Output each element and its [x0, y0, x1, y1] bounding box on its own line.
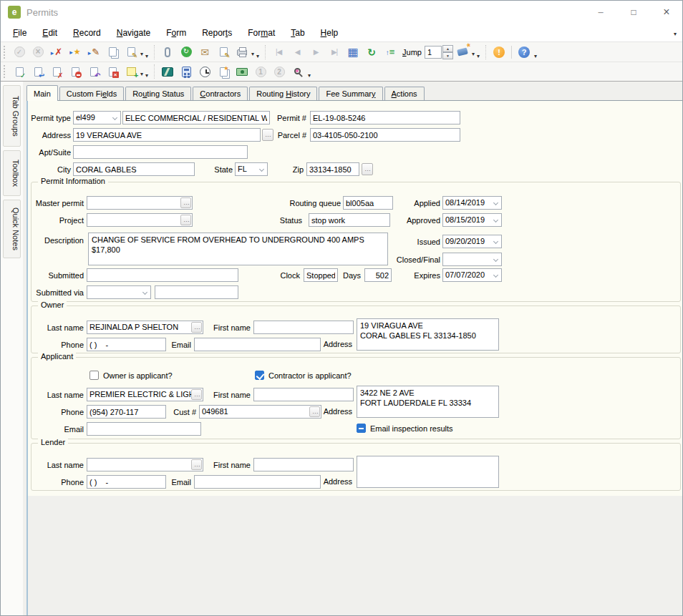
copy-special-button[interactable] — [215, 63, 232, 80]
delete-record-button[interactable] — [48, 44, 65, 61]
inspection-2-button[interactable] — [271, 63, 288, 80]
applicant-last-name-field[interactable]: PREMIER ELECTRIC & LIGH — [87, 388, 203, 401]
spin-down-icon[interactable] — [442, 52, 453, 59]
overflow-icon[interactable] — [256, 53, 259, 59]
return-doc-button[interactable] — [29, 63, 47, 80]
minimize-icon[interactable] — [585, 1, 616, 23]
calculator-button[interactable] — [178, 63, 195, 80]
search-special-button[interactable] — [289, 63, 306, 80]
help-button[interactable] — [515, 44, 533, 61]
erase-dropdown-icon[interactable] — [472, 51, 475, 57]
new-record-button[interactable] — [67, 44, 84, 61]
erase-button[interactable] — [454, 44, 471, 61]
lender-first-name-field[interactable] — [253, 458, 354, 471]
last-record-button[interactable] — [326, 44, 343, 61]
sidebar-tab-groups[interactable]: Tab Groups — [3, 85, 21, 147]
apt-suite-field[interactable] — [73, 145, 248, 159]
undo-doc-button[interactable] — [85, 63, 102, 80]
first-record-button[interactable] — [270, 44, 287, 61]
expires-date-picker[interactable]: 07/07/2020 — [442, 268, 502, 282]
tab-routing-status[interactable]: Routing Status — [125, 87, 191, 101]
city-field[interactable] — [73, 162, 195, 176]
lender-address-box[interactable] — [357, 456, 499, 488]
tab-custom-fields[interactable]: Custom Fields — [59, 87, 124, 101]
owner-is-applicant-checkbox[interactable] — [89, 371, 99, 380]
maximize-icon[interactable] — [618, 1, 649, 23]
tab-routing-history[interactable]: Routing History — [249, 87, 317, 101]
cancel-button[interactable] — [29, 44, 47, 61]
add-note-button[interactable] — [122, 63, 140, 80]
approve-doc-button[interactable] — [11, 63, 28, 80]
sidebar-toolbox[interactable]: Toolbox — [3, 150, 21, 196]
overflow-icon[interactable] — [145, 53, 148, 59]
address-field[interactable] — [73, 128, 261, 142]
overflow-icon[interactable] — [145, 72, 148, 79]
datasheet-view-button[interactable] — [344, 44, 362, 61]
jump-input[interactable] — [425, 46, 442, 59]
owner-first-name-field[interactable] — [253, 321, 354, 334]
menu-reports[interactable]: Reports — [194, 25, 240, 41]
overflow-icon[interactable] — [477, 53, 480, 59]
submitted-field[interactable] — [87, 268, 238, 282]
delete-doc-button[interactable] — [48, 63, 65, 80]
submitted-via-select[interactable] — [87, 285, 151, 299]
refresh-button[interactable] — [363, 44, 380, 61]
closed-final-date-picker[interactable] — [442, 253, 502, 266]
menu-record[interactable]: Record — [65, 25, 109, 41]
menu-navigate[interactable]: Navigate — [109, 25, 158, 41]
submitted-via-detail-field[interactable] — [155, 285, 238, 299]
tab-contractors[interactable]: Contractors — [193, 87, 248, 101]
contractor-is-applicant-checkbox[interactable] — [255, 371, 264, 380]
previous-record-button[interactable] — [289, 44, 306, 61]
menu-help[interactable]: Help — [313, 25, 347, 41]
fees-button[interactable] — [233, 63, 251, 80]
project-field[interactable] — [87, 213, 193, 227]
map-button[interactable] — [159, 63, 176, 80]
permit-type-select[interactable]: el499 — [73, 111, 121, 124]
close-icon[interactable] — [651, 1, 682, 23]
paste-dropdown-icon[interactable] — [140, 51, 143, 57]
add-note-dropdown-icon[interactable] — [140, 71, 143, 77]
next-record-button[interactable] — [307, 44, 324, 61]
toolbar-grip[interactable] — [4, 65, 6, 78]
parcel-number-field[interactable] — [310, 128, 460, 142]
memo-button[interactable] — [215, 44, 232, 61]
email-inspection-results-checkbox[interactable] — [357, 424, 366, 433]
cancel-doc-button[interactable] — [104, 63, 121, 80]
tab-main[interactable]: Main — [26, 85, 58, 101]
lender-last-name-field[interactable] — [87, 458, 203, 471]
menu-tab[interactable]: Tab — [283, 25, 312, 41]
menu-edit[interactable]: Edit — [34, 25, 65, 41]
owner-address-box[interactable]: 19 VIRAGUA AVECORAL GABLES FL 33134-1850 — [357, 318, 499, 351]
zip-lookup-button[interactable] — [362, 163, 373, 175]
ok-button[interactable] — [11, 44, 28, 61]
owner-last-name-field[interactable]: REJINALDA P SHELTON — [87, 321, 203, 334]
menu-file[interactable]: File — [5, 25, 34, 41]
permit-number-field[interactable] — [310, 111, 460, 124]
attachments-button[interactable] — [159, 44, 176, 61]
alerts-button[interactable] — [490, 44, 508, 61]
spin-up-icon[interactable] — [442, 45, 453, 52]
history-button[interactable] — [178, 44, 195, 61]
menu-overflow-icon[interactable] — [674, 31, 677, 37]
copy-record-button[interactable] — [104, 44, 121, 61]
inspection-1-button[interactable] — [252, 63, 269, 80]
applicant-email-field[interactable] — [87, 422, 201, 436]
print-button[interactable] — [233, 44, 251, 61]
applicant-first-name-field[interactable] — [253, 388, 354, 401]
menu-format[interactable]: Format — [240, 25, 283, 41]
sort-button[interactable] — [382, 44, 399, 61]
state-select[interactable]: FL — [235, 162, 268, 176]
time-button[interactable] — [196, 63, 213, 80]
tab-actions[interactable]: Actions — [384, 87, 425, 101]
master-permit-field[interactable] — [87, 196, 193, 210]
project-lookup-button[interactable] — [180, 215, 191, 225]
paste-record-button[interactable] — [122, 44, 140, 61]
print-dropdown-icon[interactable] — [251, 51, 254, 57]
sidebar-quick-notes[interactable]: Quick Notes — [3, 200, 21, 258]
overflow-icon[interactable] — [534, 53, 537, 59]
issued-date-picker[interactable]: 09/20/2019 — [442, 235, 502, 248]
overflow-icon[interactable] — [308, 72, 311, 79]
approved-date-picker[interactable]: 08/15/2019 — [442, 213, 502, 227]
hold-doc-button[interactable] — [67, 63, 84, 80]
